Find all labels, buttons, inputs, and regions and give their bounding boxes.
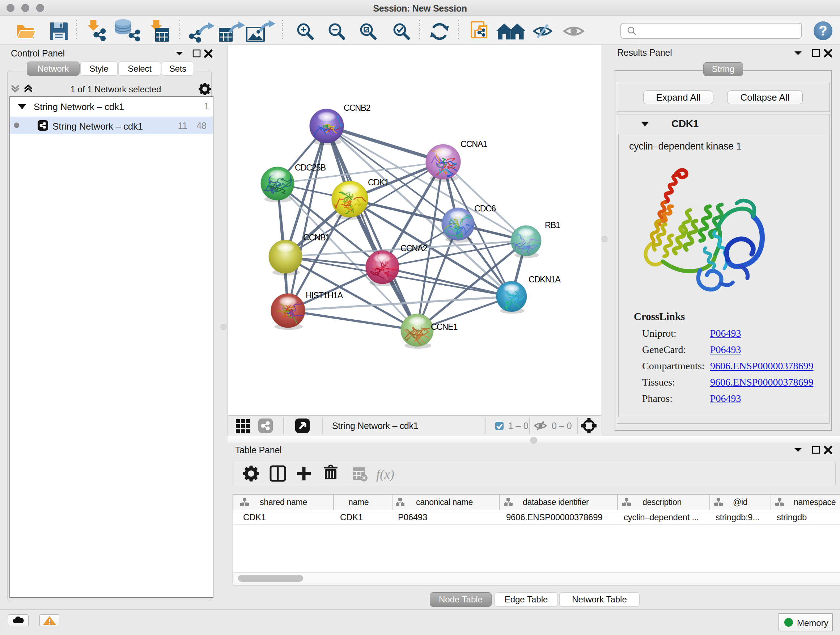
svg-text:HIST1H1A: HIST1H1A: [306, 291, 343, 300]
svg-text:String Network – cdk1: String Network – cdk1: [332, 421, 418, 431]
svg-text:CCNB1: CCNB1: [303, 233, 330, 242]
svg-text:CCNA2: CCNA2: [401, 244, 427, 253]
svg-text:CCNE1: CCNE1: [431, 322, 457, 332]
svg-text:CDKN1A: CDKN1A: [529, 275, 561, 284]
svg-text:f(x): f(x): [376, 467, 394, 481]
svg-text:CDC6: CDC6: [474, 204, 496, 213]
svg-text:RB1: RB1: [545, 220, 560, 230]
svg-text:1 – 0: 1 – 0: [508, 421, 529, 431]
svg-text:?: ?: [819, 23, 827, 38]
svg-text:CCNA1: CCNA1: [461, 139, 487, 149]
svg-text:CDK1: CDK1: [368, 178, 389, 187]
svg-text:0 – 0: 0 – 0: [552, 421, 572, 431]
svg-text:CDC25B: CDC25B: [295, 163, 326, 172]
svg-text:CCNB2: CCNB2: [344, 103, 370, 112]
